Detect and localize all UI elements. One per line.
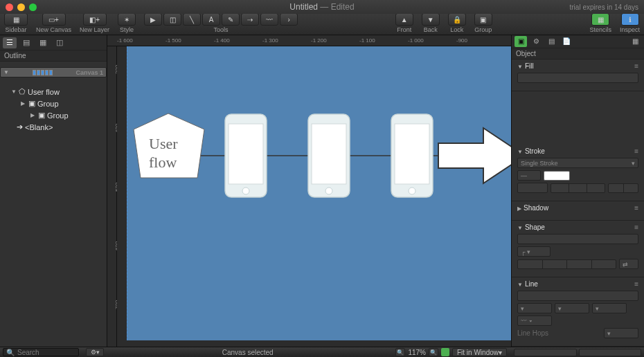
stroke-type-select[interactable]: Single Stroke▾ <box>517 158 638 168</box>
fit-window[interactable]: Fit in Window ▾ <box>452 348 507 356</box>
line-curve[interactable]: 〰 ▾ <box>517 315 552 326</box>
tool-select[interactable]: ▶ <box>144 13 162 26</box>
stroke-section[interactable]: Stroke <box>525 147 545 155</box>
line-type[interactable] <box>517 291 638 301</box>
tool-pen[interactable]: ✎ <box>222 13 240 26</box>
line-section[interactable]: Line <box>525 280 538 288</box>
arrow-icon: ➔ <box>17 122 23 131</box>
shape-pts[interactable] <box>517 259 616 269</box>
zoom-out[interactable]: 🔍 <box>395 348 405 356</box>
inspector-tab-object[interactable]: ▣ <box>515 36 527 47</box>
line-end[interactable]: ▾ <box>592 303 627 313</box>
vertical-ruler[interactable]: 300 400 500 600 700 <box>107 46 117 347</box>
footer-block-1[interactable] <box>514 349 577 356</box>
arrow-shape[interactable] <box>438 128 511 183</box>
back-button[interactable]: ▼ <box>422 13 440 26</box>
new-layer-button[interactable]: ◧+ <box>83 13 107 26</box>
outline-tab-selection[interactable]: ◫ <box>53 37 66 48</box>
outline-tab-layers[interactable]: ☰ <box>3 37 17 48</box>
tool-brush[interactable]: 〰 <box>260 13 278 26</box>
horizontal-ruler[interactable]: -1 600-1 500-1 400-1 300-1 200-1 100-1 0… <box>107 35 511 46</box>
group-button[interactable]: ▣ <box>474 13 492 26</box>
phone-2[interactable] <box>308 114 350 197</box>
line-start[interactable]: ▾ <box>517 303 552 313</box>
group-icon: ▣ <box>38 111 45 120</box>
fill-field[interactable] <box>517 73 638 83</box>
outline-tab-list[interactable]: ▤ <box>19 37 33 48</box>
tree-canvas[interactable]: ▼ Canvas 1 <box>0 67 107 77</box>
svg-point-10 <box>409 187 415 194</box>
svg-text:flow: flow <box>149 154 177 171</box>
footer-block-2[interactable] <box>579 349 642 356</box>
zoom-value: 117% <box>408 349 426 356</box>
phone-3[interactable] <box>391 114 433 197</box>
inspector-tab-canvas[interactable]: ▤ <box>545 36 557 47</box>
pentagon-icon: ⬠ <box>19 87 26 96</box>
tool-shape[interactable]: ◫ <box>163 13 181 26</box>
line-hops-select[interactable]: ▾ <box>604 328 638 338</box>
stroke-dash[interactable] <box>517 183 548 193</box>
status-text: Canvas selected <box>104 349 391 356</box>
svg-rect-3 <box>229 124 263 184</box>
trial-notice: trial expires in 14 days <box>570 3 639 11</box>
stroke-corner[interactable] <box>551 183 605 193</box>
svg-point-4 <box>242 187 249 194</box>
tree-item-blank[interactable]: ➔<Blank> <box>0 121 107 133</box>
tool-line[interactable]: ╲ <box>183 13 201 26</box>
new-canvas-button[interactable]: ▭+ <box>42 13 66 26</box>
outline-header: Outline <box>0 51 107 62</box>
svg-point-7 <box>325 187 332 194</box>
tree-item-userflow[interactable]: ▼⬠User flow <box>0 86 107 98</box>
inspector-tab-props[interactable]: ⚙ <box>530 36 542 47</box>
stroke-end[interactable] <box>608 183 638 193</box>
tool-diagram[interactable]: ⇢ <box>241 13 259 26</box>
svg-rect-9 <box>395 124 429 184</box>
stencils-button[interactable]: ▦ <box>591 13 609 26</box>
shape-select[interactable] <box>517 234 638 244</box>
inspector-header: Object <box>512 48 644 60</box>
fill-section[interactable]: Fill <box>525 62 534 70</box>
outline-tab-guides[interactable]: ▦ <box>36 37 50 48</box>
phone-1[interactable] <box>225 114 267 197</box>
line-mid[interactable]: ▾ <box>555 303 589 313</box>
shape-section[interactable]: Shape <box>525 223 545 231</box>
stroke-width[interactable]: — <box>517 170 541 181</box>
shape-corner[interactable]: ┌ ▾ <box>517 246 551 257</box>
tree-item-group2[interactable]: ▶▣Group <box>0 109 107 121</box>
front-button[interactable]: ▲ <box>395 13 413 26</box>
shadow-section[interactable]: Shadow <box>524 204 548 212</box>
zoom-lock[interactable] <box>441 348 449 356</box>
userflow-text: User <box>149 135 178 152</box>
tool-expand[interactable]: › <box>280 13 298 26</box>
canvas[interactable]: User flow <box>127 46 511 340</box>
tree-item-group1[interactable]: ▶▣Group <box>0 98 107 109</box>
inspect-button[interactable]: ℹ <box>621 13 639 26</box>
style-button[interactable]: ✶ <box>118 13 136 26</box>
zoom-in[interactable]: 🔍 <box>429 348 438 356</box>
stroke-color[interactable] <box>544 171 570 181</box>
search-input[interactable]: 🔍 Search <box>3 348 79 356</box>
group-icon: ▣ <box>28 99 35 108</box>
lock-button[interactable]: 🔒 <box>448 13 466 26</box>
inspector-tab-doc[interactable]: 📄 <box>560 36 573 47</box>
sidebar-toggle[interactable]: ▦ <box>4 13 28 26</box>
shape-flip[interactable]: ⇄ <box>619 259 638 269</box>
window-title: Untitled — Edited <box>0 2 644 12</box>
tool-text[interactable]: A <box>202 13 220 26</box>
svg-rect-6 <box>312 124 346 184</box>
inspector-tab-grid[interactable]: ▦ <box>629 36 641 47</box>
search-options[interactable]: ⚙▾ <box>86 348 104 356</box>
